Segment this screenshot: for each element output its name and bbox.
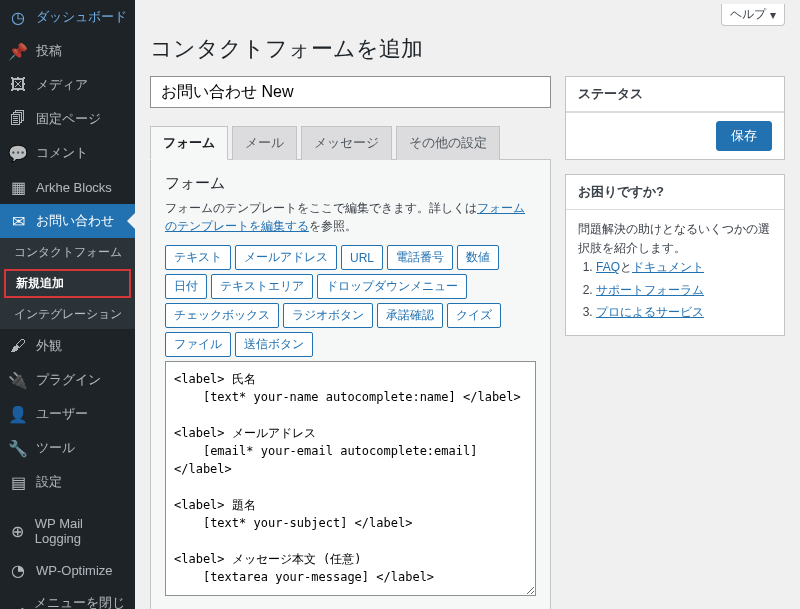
form-template-textarea[interactable] (165, 361, 536, 596)
submenu-contact-list[interactable]: コンタクトフォーム (0, 238, 135, 267)
menu-collapse[interactable]: ◀メニューを閉じる (0, 587, 135, 609)
tag-generator-buttons: テキストメールアドレスURL電話番号数値日付テキストエリアドロップダウンメニュー… (165, 245, 536, 357)
status-box: ステータス 保存 (565, 76, 785, 160)
menu-wpmail[interactable]: ⊕WP Mail Logging (0, 509, 135, 553)
form-panel: フォーム フォームのテンプレートをここで編集できます。詳しくはフォームのテンプレ… (150, 160, 551, 609)
tag-btn-5[interactable]: 日付 (165, 274, 207, 299)
menu-settings[interactable]: ▤設定 (0, 465, 135, 499)
tag-btn-0[interactable]: テキスト (165, 245, 231, 270)
editor-tabs: フォーム メール メッセージ その他の設定 (150, 126, 551, 160)
optimize-icon: ◔ (8, 560, 28, 580)
user-icon: 👤 (8, 404, 28, 424)
tag-btn-8[interactable]: チェックボックス (165, 303, 279, 328)
menu-dashboard[interactable]: ◷ダッシュボード (0, 0, 135, 34)
tab-other[interactable]: その他の設定 (396, 126, 500, 160)
help-box-title: お困りですか? (566, 175, 784, 210)
tag-btn-13[interactable]: 送信ボタン (235, 332, 313, 357)
tag-btn-1[interactable]: メールアドレス (235, 245, 337, 270)
help-box: お困りですか? 問題解決の助けとなるいくつかの選択肢を紹介します。 FAQとドキ… (565, 174, 785, 336)
help-link-pro[interactable]: プロによるサービス (596, 305, 704, 319)
page-icon: 🗐 (8, 109, 28, 129)
wrench-icon: 🔧 (8, 438, 28, 458)
tab-form[interactable]: フォーム (150, 126, 228, 160)
chevron-down-icon: ▾ (770, 8, 776, 22)
main-content: ヘルプ▾ コンタクトフォームを追加 フォーム メール メッセージ その他の設定 … (135, 0, 800, 609)
menu-posts[interactable]: 📌投稿 (0, 34, 135, 68)
help-box-desc: 問題解決の助けとなるいくつかの選択肢を紹介します。 (578, 220, 772, 258)
comment-icon: 💬 (8, 143, 28, 163)
brush-icon: 🖌 (8, 336, 28, 356)
form-title-input[interactable] (150, 76, 551, 108)
menu-tools[interactable]: 🔧ツール (0, 431, 135, 465)
menu-plugins[interactable]: 🔌プラグイン (0, 363, 135, 397)
menu-arkhe[interactable]: ▦Arkhe Blocks (0, 170, 135, 204)
help-button[interactable]: ヘルプ▾ (721, 4, 785, 26)
menu-users[interactable]: 👤ユーザー (0, 397, 135, 431)
tab-messages[interactable]: メッセージ (301, 126, 392, 160)
help-link-faq: FAQとドキュメント (596, 258, 772, 277)
plugin-icon: 🔌 (8, 370, 28, 390)
tab-mail[interactable]: メール (232, 126, 297, 160)
menu-contact[interactable]: ✉お問い合わせ (0, 204, 135, 238)
tag-btn-12[interactable]: ファイル (165, 332, 231, 357)
menu-pages[interactable]: 🗐固定ページ (0, 102, 135, 136)
collapse-icon: ◀ (8, 602, 26, 609)
contact-submenu: コンタクトフォーム 新規追加 インテグレーション (0, 238, 135, 329)
mail-icon: ✉ (8, 211, 28, 231)
tag-btn-3[interactable]: 電話番号 (387, 245, 453, 270)
tag-btn-6[interactable]: テキストエリア (211, 274, 313, 299)
media-icon: 🖾 (8, 75, 28, 95)
tag-btn-9[interactable]: ラジオボタン (283, 303, 373, 328)
tag-btn-11[interactable]: クイズ (447, 303, 501, 328)
admin-sidebar: ◷ダッシュボード 📌投稿 🖾メディア 🗐固定ページ 💬コメント ▦Arkhe B… (0, 0, 135, 609)
form-panel-desc: フォームのテンプレートをここで編集できます。詳しくはフォームのテンプレートを編集… (165, 199, 536, 235)
tag-btn-10[interactable]: 承諾確認 (377, 303, 443, 328)
blocks-icon: ▦ (8, 177, 28, 197)
page-title: コンタクトフォームを追加 (150, 34, 785, 64)
log-icon: ⊕ (8, 521, 27, 541)
tag-btn-4[interactable]: 数値 (457, 245, 499, 270)
menu-wpopt[interactable]: ◔WP-Optimize (0, 553, 135, 587)
dashboard-icon: ◷ (8, 7, 28, 27)
pin-icon: 📌 (8, 41, 28, 61)
status-box-title: ステータス (566, 77, 784, 112)
menu-comments[interactable]: 💬コメント (0, 136, 135, 170)
menu-appearance[interactable]: 🖌外観 (0, 329, 135, 363)
tag-btn-2[interactable]: URL (341, 245, 383, 270)
form-panel-heading: フォーム (165, 174, 536, 193)
save-button-side[interactable]: 保存 (716, 121, 772, 151)
tag-btn-7[interactable]: ドロップダウンメニュー (317, 274, 467, 299)
submenu-contact-add[interactable]: 新規追加 (4, 269, 131, 298)
settings-icon: ▤ (8, 472, 28, 492)
submenu-contact-integration[interactable]: インテグレーション (0, 300, 135, 329)
menu-media[interactable]: 🖾メディア (0, 68, 135, 102)
help-link-forum[interactable]: サポートフォーラム (596, 283, 704, 297)
